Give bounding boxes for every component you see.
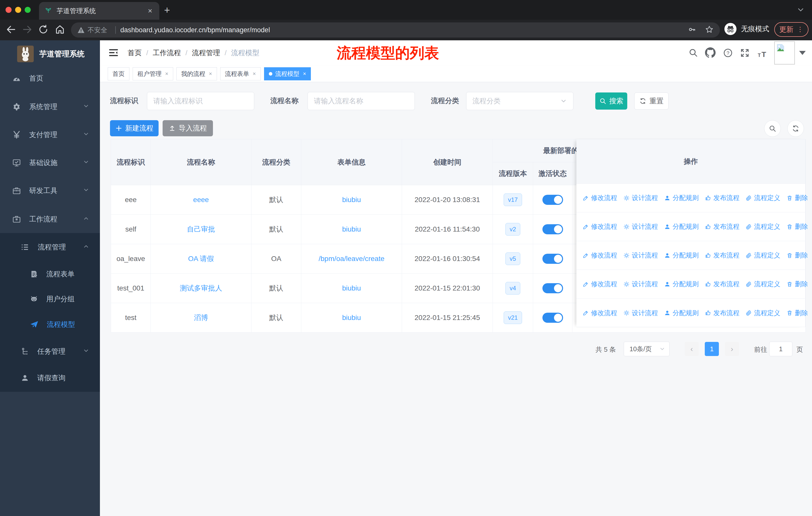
goto-page-input[interactable] [769, 342, 792, 356]
back-icon[interactable] [5, 24, 17, 36]
action-gear-link[interactable]: 设计流程 [623, 309, 658, 318]
breadcrumb-process-management[interactable]: 流程管理 [192, 48, 220, 58]
breadcrumb-home[interactable]: 首页 [127, 48, 142, 58]
action-edit-link[interactable]: 修改流程 [582, 251, 617, 260]
action-gear-link[interactable]: 设计流程 [623, 280, 658, 289]
table-refresh-button[interactable] [787, 120, 804, 137]
action-gear-link[interactable]: 设计流程 [623, 222, 658, 231]
sidebar-item-process-management[interactable]: 流程管理 [0, 237, 100, 257]
security-label[interactable]: 不安全 [88, 26, 107, 34]
form-info-link[interactable]: biubiu [342, 196, 361, 203]
header-search-icon[interactable] [689, 48, 698, 58]
action-edit-link[interactable]: 修改流程 [582, 280, 617, 289]
sidebar-item-payment[interactable]: 支付管理 [0, 125, 100, 145]
sidebar-item-task-management[interactable]: 任务管理 [0, 342, 100, 361]
action-gear-link[interactable]: 设计流程 [623, 251, 658, 260]
browser-menu-icon[interactable]: ⋮ [797, 27, 804, 31]
minimize-window-button[interactable] [15, 7, 21, 13]
form-info-link[interactable]: biubiu [342, 225, 361, 233]
reset-button[interactable]: 重置 [634, 92, 669, 110]
sidebar-item-process-form[interactable]: 流程表单 [0, 264, 100, 284]
next-page-button[interactable]: › [725, 342, 739, 356]
close-icon[interactable]: × [209, 71, 212, 77]
close-icon[interactable]: × [253, 71, 256, 77]
table-search-toggle-button[interactable] [764, 120, 781, 137]
active-toggle[interactable] [543, 195, 563, 205]
sidebar-item-process-model[interactable]: 流程模型 [0, 315, 100, 334]
sidebar-collapse-icon[interactable] [108, 47, 119, 59]
action-hand-link[interactable]: 发布流程 [705, 280, 740, 289]
tag-tenant[interactable]: 租户管理× [133, 67, 173, 80]
reload-icon[interactable] [38, 24, 49, 36]
close-window-button[interactable] [5, 7, 11, 13]
action-trash-link[interactable]: 删除 [786, 309, 808, 318]
action-edit-link[interactable]: 修改流程 [582, 222, 617, 231]
tag-home[interactable]: 首页 [108, 67, 129, 80]
action-gear-link[interactable]: 设计流程 [623, 193, 658, 202]
action-hand-link[interactable]: 发布流程 [705, 222, 740, 231]
action-trash-link[interactable]: 删除 [786, 193, 808, 202]
url-text[interactable]: dashboard.yudao.iocoder.cn/bpm/manager/m… [120, 26, 679, 34]
action-user-link[interactable]: 分配规则 [664, 251, 699, 260]
model-name-link[interactable]: eeee [193, 196, 209, 203]
avatar[interactable] [774, 41, 795, 64]
active-toggle[interactable] [543, 224, 563, 234]
action-clip-link[interactable]: 流程定义 [746, 222, 780, 231]
form-info-link[interactable]: biubiu [342, 284, 361, 292]
sidebar-item-workflow[interactable]: 工作流程 [0, 209, 100, 229]
github-icon[interactable] [705, 47, 716, 59]
app-logo-row[interactable]: 芋道管理系统 [0, 42, 100, 65]
breadcrumb-workflow[interactable]: 工作流程 [153, 48, 181, 58]
form-info-link[interactable]: biubiu [342, 314, 361, 322]
model-name-link[interactable]: 测试多审批人 [180, 284, 222, 292]
action-trash-link[interactable]: 删除 [786, 280, 808, 289]
action-user-link[interactable]: 分配规则 [664, 222, 699, 231]
action-edit-link[interactable]: 修改流程 [582, 309, 617, 318]
sidebar-item-system[interactable]: 系统管理 [0, 97, 100, 117]
action-hand-link[interactable]: 发布流程 [705, 193, 740, 202]
category-select[interactable]: 流程分类 [466, 92, 573, 110]
model-name-link[interactable]: OA 请假 [188, 255, 214, 263]
sidebar-item-leave-query[interactable]: 请假查询 [0, 368, 100, 388]
active-toggle[interactable] [543, 313, 563, 323]
browser-tab[interactable]: 芋道管理系统 × [39, 2, 159, 20]
process-key-input[interactable] [147, 92, 254, 110]
process-name-input[interactable] [308, 92, 415, 110]
home-icon[interactable] [54, 24, 65, 36]
action-trash-link[interactable]: 删除 [786, 251, 808, 260]
page-size-select[interactable]: 10条/页 [624, 342, 670, 356]
prev-page-button[interactable]: ‹ [685, 342, 699, 356]
active-toggle[interactable] [543, 283, 563, 293]
action-clip-link[interactable]: 流程定义 [746, 193, 780, 202]
action-clip-link[interactable]: 流程定义 [746, 309, 780, 318]
model-name-link[interactable]: 自己审批 [187, 225, 215, 233]
action-clip-link[interactable]: 流程定义 [746, 280, 780, 289]
tab-search-icon[interactable] [796, 5, 805, 15]
action-clip-link[interactable]: 流程定义 [746, 251, 780, 260]
sidebar-item-devtools[interactable]: 研发工具 [0, 181, 100, 201]
action-user-link[interactable]: 分配规则 [664, 280, 699, 289]
address-bar[interactable]: 不安全 dashboard.yudao.iocoder.cn/bpm/manag… [71, 22, 720, 37]
tag-process-form[interactable]: 流程表单× [220, 67, 261, 80]
action-edit-link[interactable]: 修改流程 [582, 193, 617, 202]
new-tab-button[interactable]: + [164, 5, 170, 15]
font-size-icon[interactable]: TT [757, 49, 768, 59]
page-1-button[interactable]: 1 [705, 342, 719, 356]
tag-my-process[interactable]: 我的流程× [176, 67, 217, 80]
forward-icon[interactable] [22, 24, 33, 36]
avatar-caret-icon[interactable] [799, 51, 806, 55]
sidebar-item-user-group[interactable]: 用户分组 [0, 289, 100, 309]
action-user-link[interactable]: 分配规则 [664, 309, 699, 318]
form-info-link[interactable]: /bpm/oa/leave/create [319, 255, 385, 263]
password-key-icon[interactable] [688, 25, 696, 35]
create-process-button[interactable]: 新建流程 [110, 120, 158, 136]
active-toggle[interactable] [543, 254, 563, 264]
fullscreen-icon[interactable] [740, 48, 750, 59]
sidebar-item-home[interactable]: 首页 [0, 68, 100, 88]
import-process-button[interactable]: 导入流程 [163, 120, 213, 136]
action-user-link[interactable]: 分配规则 [664, 193, 699, 202]
tag-process-model[interactable]: 流程模型× [264, 67, 311, 80]
close-icon[interactable]: × [303, 71, 306, 77]
update-button[interactable]: 更新 ⋮ [774, 22, 809, 37]
action-hand-link[interactable]: 发布流程 [705, 309, 740, 318]
